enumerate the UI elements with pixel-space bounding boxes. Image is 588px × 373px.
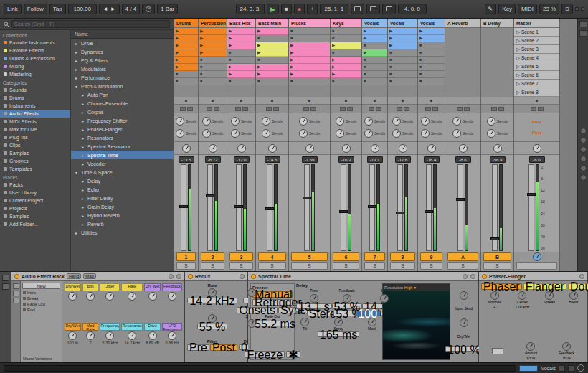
clip-slot[interactable]: ■: [289, 78, 330, 85]
clip-launch-icon[interactable]: ▶: [290, 72, 293, 77]
stereo-width-value[interactable]: 53 %: [333, 311, 354, 316]
rand-button[interactable]: Rand: [67, 273, 81, 279]
track-header[interactable]: Percussion: [199, 19, 227, 28]
pan-knob[interactable]: [371, 144, 379, 153]
cue-volume-knob[interactable]: [533, 252, 541, 261]
expand-arrow-icon[interactable]: ▸: [74, 230, 79, 235]
clip-launch-icon[interactable]: ■: [290, 37, 293, 41]
master-preview-button[interactable]: [516, 262, 557, 270]
track-header[interactable]: Bass Main: [256, 19, 288, 28]
clip-slot[interactable]: ▶: [199, 35, 227, 42]
track-activator-button[interactable]: A: [447, 252, 478, 261]
clip-launch-icon[interactable]: ■: [200, 72, 202, 77]
drywet-value[interactable]: 100 %: [445, 346, 482, 352]
clip-launch-icon[interactable]: ▶: [200, 37, 203, 41]
clip-launch-icon[interactable]: ▶: [364, 29, 366, 34]
expand-arrow-icon[interactable]: ▸: [80, 118, 85, 123]
sidebar-item[interactable]: Drums & Percussion: [0, 55, 70, 62]
track-io-section[interactable]: [289, 105, 330, 113]
device-tree-item[interactable]: ▸ Vocoder: [71, 159, 174, 168]
show-macros-toggle-icon[interactable]: [13, 283, 19, 289]
clip-launch-icon[interactable]: ▶: [290, 65, 293, 70]
device-power-icon[interactable]: [251, 274, 256, 279]
expand-arrow-icon[interactable]: ▸: [74, 75, 79, 80]
punch-out-button[interactable]: [382, 4, 396, 14]
clip-slot[interactable]: ■: [331, 49, 361, 57]
show-sends-toggle-icon[interactable]: [580, 137, 587, 143]
clip-launch-icon[interactable]: ▶: [229, 65, 232, 70]
clip-launch-icon[interactable]: ▶: [257, 65, 260, 70]
send-b-post-toggle[interactable]: Post: [532, 131, 541, 135]
macro-knob[interactable]: [105, 331, 114, 340]
device-tree-item[interactable]: ▸ Utilities: [71, 228, 174, 237]
clip-launch-icon[interactable]: ■: [332, 29, 334, 34]
send-b-knob[interactable]: [487, 129, 495, 138]
clip-launch-icon[interactable]: ■: [364, 80, 366, 84]
hot-swap-icon[interactable]: [169, 274, 174, 279]
expand-arrow-icon[interactable]: ▸: [80, 127, 85, 132]
master-track-header[interactable]: Master: [514, 19, 559, 28]
clip-slot[interactable]: ▶: [256, 28, 288, 35]
track-header[interactable]: Vocals: [362, 19, 387, 28]
clip-launch-icon[interactable]: ▶: [200, 51, 203, 55]
jitter-value[interactable]: 55 %: [197, 324, 227, 329]
expand-arrow-icon[interactable]: ▸: [80, 93, 85, 98]
device-power-icon[interactable]: [482, 274, 487, 279]
device-tree-item[interactable]: ▾ Pitch & Modulation: [71, 82, 174, 90]
clip-slot[interactable]: ▶: [331, 71, 361, 78]
clip-launch-icon[interactable]: ■: [200, 80, 202, 84]
pan-knob[interactable]: [493, 144, 502, 153]
variation-launch-icon[interactable]: [23, 308, 26, 311]
master-pan-knob[interactable]: [533, 144, 541, 153]
clip-stop-row[interactable]: ■: [481, 97, 513, 105]
volume-value[interactable]: -17.6: [395, 156, 411, 163]
search-input[interactable]: [11, 20, 170, 28]
clip-launch-icon[interactable]: ▶: [229, 37, 232, 41]
scene-launch-icon[interactable]: ▷: [516, 81, 520, 87]
clip-launch-icon[interactable]: ■: [176, 72, 178, 77]
send-a-knob[interactable]: [392, 117, 401, 126]
fader-thumb[interactable]: [265, 207, 274, 210]
solo-button[interactable]: S: [201, 262, 224, 270]
clip-slot[interactable]: ▶: [174, 42, 198, 49]
sidebar-item[interactable]: Grooves: [0, 157, 70, 165]
clip-stop-row[interactable]: ■: [256, 97, 288, 105]
clip-stop-row[interactable]: ■: [445, 97, 480, 105]
clip-launch-icon[interactable]: ▶: [176, 29, 179, 34]
clip-launch-icon[interactable]: ▶: [419, 29, 422, 34]
device-tree-item[interactable]: ▾ Time & Space: [71, 168, 174, 176]
clip-launch-icon[interactable]: ■: [332, 51, 334, 55]
clip-slot[interactable]: ▶: [256, 64, 288, 71]
record-button[interactable]: ●: [294, 4, 305, 14]
drywet-knob[interactable]: [460, 318, 468, 327]
scene-slot[interactable]: ▷ Scene 6: [514, 71, 559, 80]
macro-value[interactable]: 2: [90, 341, 92, 345]
volume-value[interactable]: -7.69: [302, 156, 318, 163]
show-chains-toggle-icon[interactable]: [13, 291, 19, 296]
sidebar-item[interactable]: Templates: [0, 165, 70, 173]
send-b-knob[interactable]: [262, 129, 270, 138]
clip-launch-icon[interactable]: ▶: [389, 29, 392, 34]
device-tree-item[interactable]: ▸ EQ & Filters: [71, 56, 174, 65]
sidebar-item[interactable]: MIDI Effects: [0, 118, 70, 126]
clip-slot[interactable]: ■: [388, 78, 417, 85]
clip-slot[interactable]: ▶: [174, 64, 198, 71]
send-b-knob[interactable]: [176, 129, 184, 138]
stop-all-clips-icon[interactable]: ■: [374, 98, 376, 103]
quantize-menu[interactable]: 1 Bar: [157, 4, 178, 14]
track-io-section[interactable]: [418, 105, 445, 113]
time-signature-field[interactable]: 4 / 4: [122, 4, 141, 14]
clip-slot[interactable]: ■: [418, 49, 445, 57]
sidebar-item[interactable]: Instruments: [0, 102, 70, 110]
master-fader-thumb[interactable]: [527, 193, 536, 196]
volume-value[interactable]: -14.6: [265, 156, 280, 163]
solo-button[interactable]: S: [447, 262, 478, 270]
clip-launch-icon[interactable]: ▶: [332, 44, 335, 48]
nudge-down-icon[interactable]: ◄: [103, 6, 108, 12]
sidebar-item[interactable]: Mastering: [0, 70, 70, 78]
sidebar-item[interactable]: Audio Effects: [0, 110, 70, 118]
device-detail-toggle-icon[interactable]: [568, 365, 574, 372]
clip-launch-icon[interactable]: ▶: [176, 37, 179, 41]
track-activator-button[interactable]: 8: [390, 252, 415, 261]
clip-slot[interactable]: ▶: [227, 35, 255, 42]
